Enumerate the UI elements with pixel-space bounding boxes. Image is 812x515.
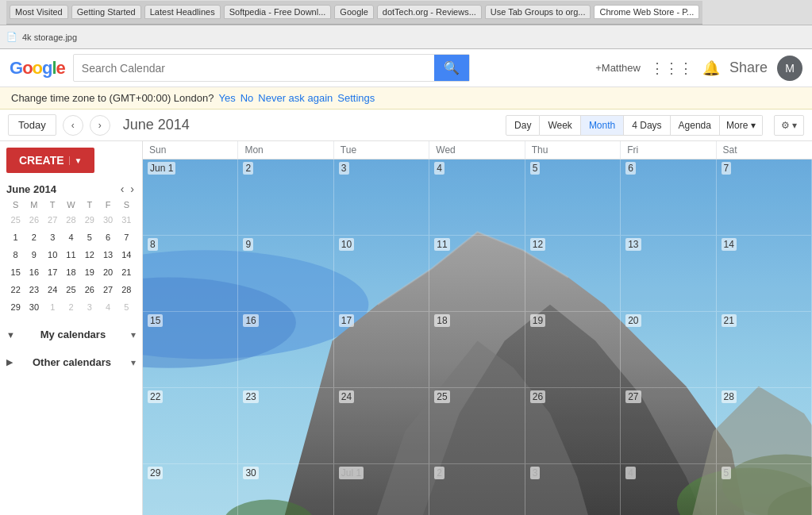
- mini-cal-day[interactable]: 4: [98, 298, 117, 316]
- calendar-day[interactable]: 7: [717, 159, 812, 235]
- prev-button[interactable]: ‹: [63, 115, 83, 136]
- today-button[interactable]: Today: [8, 114, 56, 136]
- calendar-day[interactable]: 13: [621, 236, 716, 311]
- tz-settings[interactable]: Settings: [337, 92, 375, 104]
- mini-cal-day[interactable]: 17: [44, 263, 62, 281]
- mini-cal-day[interactable]: 22: [6, 281, 25, 298]
- calendar-day[interactable]: 2: [238, 159, 333, 235]
- mini-cal-day[interactable]: 14: [117, 246, 136, 263]
- tab-headlines[interactable]: Latest Headlines: [144, 5, 221, 19]
- view-month[interactable]: Month: [581, 115, 624, 136]
- mini-cal-day[interactable]: 15: [6, 263, 25, 281]
- calendar-day[interactable]: 15: [143, 312, 238, 387]
- mini-cal-day[interactable]: 2: [25, 229, 43, 246]
- tab-tabgroups[interactable]: Use Tab Groups to org...: [485, 5, 591, 19]
- tz-yes[interactable]: Yes: [218, 92, 235, 104]
- calendar-day[interactable]: 6: [621, 159, 716, 235]
- mini-cal-day[interactable]: 30: [25, 298, 43, 316]
- calendar-day[interactable]: 22: [143, 388, 238, 463]
- mini-cal-day[interactable]: 26: [80, 281, 98, 298]
- calendar-day[interactable]: 29: [143, 464, 238, 515]
- mini-prev-button[interactable]: ‹: [119, 183, 126, 195]
- mini-cal-day[interactable]: 30: [98, 211, 117, 229]
- more-button[interactable]: More ▾: [720, 115, 763, 136]
- mini-cal-day[interactable]: 21: [117, 263, 136, 281]
- google-logo[interactable]: Google: [10, 58, 65, 79]
- view-week[interactable]: Week: [540, 115, 580, 136]
- mini-cal-day[interactable]: 23: [25, 281, 43, 298]
- calendar-day[interactable]: 3: [525, 464, 621, 515]
- calendar-day[interactable]: Jun 1: [143, 159, 238, 235]
- tab-google[interactable]: Google: [334, 5, 373, 19]
- notifications-icon[interactable]: 🔔: [702, 60, 720, 77]
- mini-cal-day[interactable]: 20: [98, 263, 117, 281]
- calendar-day[interactable]: 19: [525, 312, 621, 387]
- mini-cal-title[interactable]: June 2014: [6, 183, 56, 195]
- mini-cal-day[interactable]: 28: [117, 281, 136, 298]
- search-button[interactable]: 🔍: [434, 55, 469, 81]
- mini-cal-day[interactable]: 12: [80, 246, 98, 263]
- calendar-day[interactable]: 20: [621, 312, 716, 387]
- mini-cal-day[interactable]: 2: [62, 298, 80, 316]
- calendar-day[interactable]: 23: [238, 388, 333, 463]
- mini-cal-day[interactable]: 26: [25, 211, 43, 229]
- my-calendars-header[interactable]: ▼ My calendars ▾: [6, 325, 136, 344]
- calendar-day[interactable]: 10: [334, 236, 429, 311]
- other-calendars-options-icon[interactable]: ▾: [131, 357, 136, 368]
- mini-cal-day[interactable]: 10: [44, 246, 62, 263]
- calendar-day[interactable]: 14: [717, 236, 812, 311]
- tab-most-visited[interactable]: Most Visited: [10, 5, 68, 19]
- user-name[interactable]: +Matthew: [595, 62, 641, 74]
- mini-cal-day[interactable]: 18: [62, 263, 80, 281]
- calendar-day[interactable]: 30: [238, 464, 333, 515]
- search-input[interactable]: [74, 56, 434, 80]
- calendar-day[interactable]: 4: [429, 159, 525, 235]
- mini-cal-day[interactable]: 1: [44, 298, 62, 316]
- next-button[interactable]: ›: [90, 115, 110, 136]
- mini-cal-day[interactable]: 9: [25, 246, 43, 263]
- calendar-day[interactable]: 12: [525, 236, 621, 311]
- my-calendars-options-icon[interactable]: ▾: [131, 329, 136, 340]
- mini-cal-day[interactable]: 25: [6, 211, 25, 229]
- settings-button[interactable]: ⚙ ▾: [774, 115, 804, 136]
- calendar-day[interactable]: 3: [334, 159, 429, 235]
- mini-cal-day[interactable]: 24: [44, 281, 62, 298]
- tab-dottech[interactable]: dotTech.org - Reviews...: [377, 5, 482, 19]
- avatar[interactable]: M: [777, 56, 802, 81]
- mini-cal-day[interactable]: 29: [80, 211, 98, 229]
- mini-cal-day[interactable]: 29: [6, 298, 25, 316]
- view-4days[interactable]: 4 Days: [624, 115, 670, 136]
- mini-cal-day[interactable]: 8: [6, 246, 25, 263]
- mini-cal-day[interactable]: 11: [62, 246, 80, 263]
- tab-getting-started[interactable]: Getting Started: [71, 5, 141, 19]
- calendar-day[interactable]: 11: [429, 236, 525, 311]
- calendar-day[interactable]: Jul 1: [334, 464, 429, 515]
- view-day[interactable]: Day: [506, 115, 540, 136]
- tab-softpedia[interactable]: Softpedia - Free Downl...: [224, 5, 332, 19]
- mini-next-button[interactable]: ›: [129, 183, 136, 195]
- calendar-day[interactable]: 18: [429, 312, 525, 387]
- view-agenda[interactable]: Agenda: [671, 115, 720, 136]
- calendar-day[interactable]: 27: [621, 388, 716, 463]
- mini-cal-day[interactable]: 27: [44, 211, 62, 229]
- tab-chrome-store[interactable]: Chrome Web Store - P...: [594, 5, 699, 19]
- mini-cal-day[interactable]: 3: [80, 298, 98, 316]
- mini-cal-day[interactable]: 1: [6, 229, 25, 246]
- calendar-day[interactable]: 4: [621, 464, 716, 515]
- calendar-day[interactable]: 24: [334, 388, 429, 463]
- share-button[interactable]: Share: [729, 60, 768, 76]
- calendar-day[interactable]: 17: [334, 312, 429, 387]
- mini-cal-day[interactable]: 16: [25, 263, 43, 281]
- tz-never[interactable]: Never ask again: [258, 92, 333, 104]
- calendar-day[interactable]: 2: [429, 464, 525, 515]
- tz-no[interactable]: No: [241, 92, 254, 104]
- mini-cal-day[interactable]: 6: [98, 229, 117, 246]
- calendar-day[interactable]: 25: [429, 388, 525, 463]
- calendar-day[interactable]: 28: [717, 388, 812, 463]
- other-calendars-header[interactable]: ▶ Other calendars ▾: [6, 353, 136, 371]
- mini-cal-day[interactable]: 5: [80, 229, 98, 246]
- mini-cal-day[interactable]: 13: [98, 246, 117, 263]
- calendar-day[interactable]: 26: [525, 388, 621, 463]
- calendar-day[interactable]: 9: [238, 236, 333, 311]
- mini-cal-day[interactable]: 27: [98, 281, 117, 298]
